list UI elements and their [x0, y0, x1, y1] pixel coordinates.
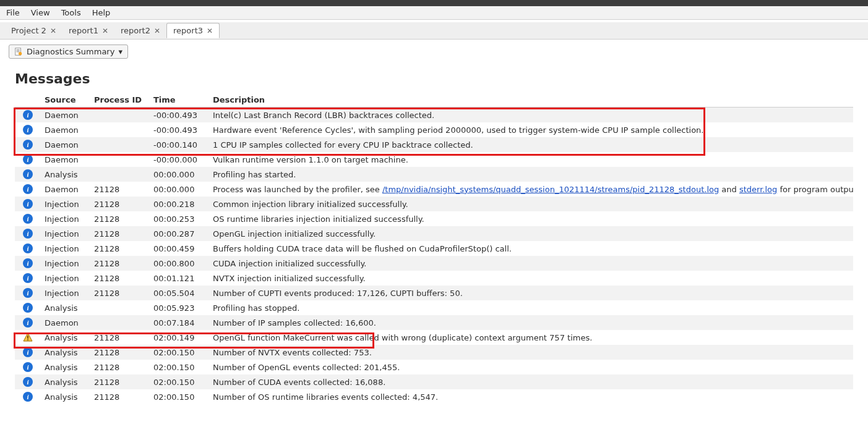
content-area: Messages Source Process ID Time Descript… — [0, 64, 868, 419]
svg-point-4 — [19, 52, 22, 55]
cell-pid: 21128 — [90, 330, 150, 345]
cell-pid: 21128 — [90, 374, 150, 389]
tab-report3[interactable]: report3✕ — [166, 23, 220, 38]
cell-source: Analysis — [41, 389, 90, 404]
close-icon[interactable]: ✕ — [50, 27, 56, 35]
table-row[interactable]: iInjection2112800:00.800CUDA injection i… — [15, 256, 853, 271]
info-icon: i — [23, 229, 33, 239]
cell-time: 00:00.800 — [150, 256, 209, 271]
cell-pid — [90, 152, 150, 167]
table-row[interactable]: iAnalysis2112802:00.150Number of OpenGL … — [15, 360, 853, 374]
report-icon — [14, 48, 23, 56]
cell-pid — [90, 122, 150, 137]
table-row[interactable]: iDaemon2112800:00.000Process was launche… — [15, 182, 853, 197]
cell-time: 00:07.184 — [150, 315, 209, 330]
stdout-log-link[interactable]: /tmp/nvidia/nsight_systems/quadd_session… — [382, 185, 719, 194]
cell-time: 00:05.923 — [150, 300, 209, 315]
cell-time: 00:00.000 — [150, 167, 209, 182]
cell-source: Injection — [41, 197, 90, 211]
cell-description: Common injection library initialized suc… — [209, 197, 853, 211]
cell-pid: 21128 — [90, 241, 150, 256]
cell-time: 00:00.287 — [150, 226, 209, 241]
cell-source: Daemon — [41, 122, 90, 137]
cell-pid: 21128 — [90, 360, 150, 374]
cell-source: Daemon — [41, 108, 90, 123]
menu-help[interactable]: Help — [92, 8, 111, 17]
info-icon: i — [23, 154, 33, 164]
cell-pid: 21128 — [90, 286, 150, 300]
table-row[interactable]: iAnalysis00:05.923Profiling has stopped. — [15, 300, 853, 315]
table-row[interactable]: iDaemon-00:00.1401 CPU IP samples collec… — [15, 137, 853, 152]
col-desc[interactable]: Description — [209, 93, 853, 108]
info-icon: i — [23, 303, 33, 313]
table-row[interactable]: iInjection2112800:01.121NVTX injection i… — [15, 271, 853, 286]
table-row[interactable]: iDaemon-00:00.000Vulkan runtime version … — [15, 152, 853, 167]
window-titlebar — [0, 0, 868, 6]
table-row[interactable]: iDaemon00:07.184Number of IP samples col… — [15, 315, 853, 330]
table-row[interactable]: iDaemon-00:00.493Intel(c) Last Branch Re… — [15, 108, 853, 123]
table-row[interactable]: Analysis2112802:00.149OpenGL function Ma… — [15, 330, 853, 345]
cell-description: Profiling has stopped. — [209, 300, 853, 315]
info-icon: i — [23, 243, 33, 253]
cell-time: 02:00.149 — [150, 330, 209, 345]
cell-description: Process was launched by the profiler, se… — [209, 182, 853, 197]
close-icon[interactable]: ✕ — [154, 27, 160, 35]
menu-file[interactable]: File — [6, 8, 20, 17]
cell-time: 00:01.121 — [150, 271, 209, 286]
cell-time: 02:00.150 — [150, 360, 209, 374]
cell-source: Daemon — [41, 315, 90, 330]
table-header-row: Source Process ID Time Description — [15, 93, 853, 108]
cell-source: Injection — [41, 226, 90, 241]
cell-source: Injection — [41, 271, 90, 286]
table-row[interactable]: iAnalysis2112802:00.150Number of OS runt… — [15, 389, 853, 404]
cell-description: Number of NVTX events collected: 753. — [209, 345, 853, 360]
stderr-log-link[interactable]: stderr.log — [739, 185, 777, 194]
table-row[interactable]: iAnalysis2112802:00.150Number of NVTX ev… — [15, 345, 853, 360]
table-row[interactable]: iDaemon-00:00.493Hardware event 'Referen… — [15, 122, 853, 137]
tab-project-2[interactable]: Project 2✕ — [5, 23, 62, 38]
cell-pid: 21128 — [90, 256, 150, 271]
table-row[interactable]: iAnalysis2112802:00.150Number of CUDA ev… — [15, 374, 853, 389]
menu-tools[interactable]: Tools — [61, 8, 81, 17]
cell-pid — [90, 167, 150, 182]
col-pid[interactable]: Process ID — [90, 93, 150, 108]
table-row[interactable]: iInjection2112800:00.287OpenGL injection… — [15, 226, 853, 241]
close-icon[interactable]: ✕ — [102, 27, 108, 35]
info-icon: i — [23, 184, 33, 194]
cell-time: 00:00.253 — [150, 211, 209, 226]
table-row[interactable]: iInjection2112800:00.459Buffers holding … — [15, 241, 853, 256]
cell-time: -00:00.000 — [150, 152, 209, 167]
view-selector-dropdown[interactable]: Diagnostics Summary ▾ — [9, 44, 128, 59]
col-source[interactable]: Source — [41, 93, 90, 108]
cell-description: CUDA injection initialized successfully. — [209, 256, 853, 271]
cell-source: Daemon — [41, 137, 90, 152]
cell-description: 1 CPU IP samples collected for every CPU… — [209, 137, 853, 152]
cell-time: 00:00.459 — [150, 241, 209, 256]
tab-report2[interactable]: report2✕ — [114, 23, 166, 38]
view-toolbar: Diagnostics Summary ▾ — [0, 40, 868, 64]
cell-source: Injection — [41, 241, 90, 256]
info-icon: i — [23, 140, 33, 150]
close-icon[interactable]: ✕ — [207, 27, 213, 35]
cell-pid: 21128 — [90, 197, 150, 211]
info-icon: i — [23, 347, 33, 357]
cell-pid: 21128 — [90, 226, 150, 241]
cell-description: Number of IP samples collected: 16,600. — [209, 315, 853, 330]
info-icon: i — [23, 258, 33, 268]
table-row[interactable]: iInjection2112800:00.218Common injection… — [15, 197, 853, 211]
table-row[interactable]: iAnalysis00:00.000Profiling has started. — [15, 167, 853, 182]
cell-time: 00:00.000 — [150, 182, 209, 197]
cell-time: 02:00.150 — [150, 374, 209, 389]
cell-description: Number of OpenGL events collected: 201,4… — [209, 360, 853, 374]
cell-description: Vulkan runtime version 1.1.0 on target m… — [209, 152, 853, 167]
info-icon: i — [23, 125, 33, 135]
table-row[interactable]: iInjection2112800:00.253OS runtime libra… — [15, 211, 853, 226]
table-row[interactable]: iInjection2112800:05.504Number of CUPTI … — [15, 286, 853, 300]
info-icon: i — [23, 318, 33, 328]
chevron-down-icon: ▾ — [118, 47, 122, 56]
cell-source: Daemon — [41, 152, 90, 167]
tab-report1[interactable]: report1✕ — [62, 23, 114, 38]
info-icon: i — [23, 288, 33, 298]
menu-view[interactable]: View — [31, 8, 50, 17]
col-time[interactable]: Time — [150, 93, 209, 108]
